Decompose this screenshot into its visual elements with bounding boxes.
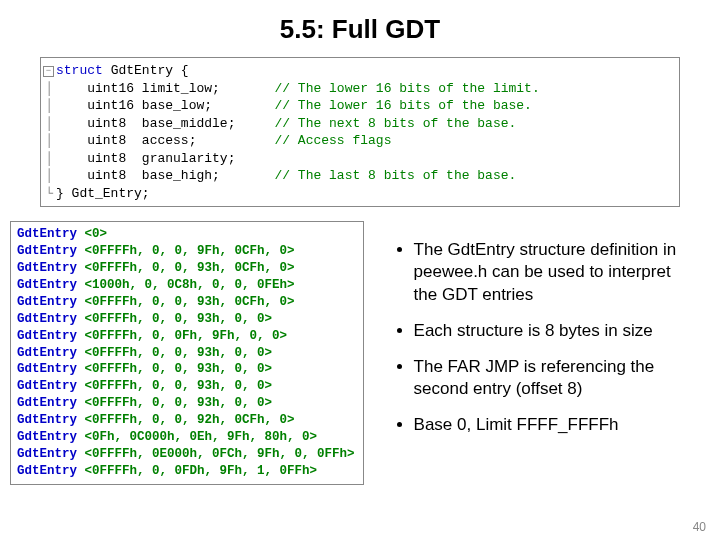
bullets-panel: The GdtEntry structure definition in pee… <box>364 221 710 484</box>
gdt-entry-line: GdtEntry <0FFFFh, 0, 0, 93h, 0CFh, 0> <box>17 294 355 311</box>
gdt-entry-line: GdtEntry <0FFFFh, 0, 0FDh, 9Fh, 1, 0FFh> <box>17 463 355 480</box>
entry-type-name: GdtEntry <box>17 396 77 410</box>
bullet-item: The FAR JMP is referencing the second en… <box>414 356 686 400</box>
gdt-entry-line: GdtEntry <0FFFFh, 0, 0Fh, 9Fh, 0, 0> <box>17 328 355 345</box>
entry-type-name: GdtEntry <box>17 413 77 427</box>
entry-values: <0FFFFh, 0E000h, 0FCh, 9Fh, 0, 0FFh> <box>85 447 355 461</box>
fold-minus-icon: − <box>43 66 54 77</box>
entry-type-name: GdtEntry <box>17 244 77 258</box>
gdt-entry-line: GdtEntry <0FFFFh, 0, 0, 93h, 0, 0> <box>17 395 355 412</box>
entry-values: <0FFFFh, 0, 0, 93h, 0, 0> <box>85 396 273 410</box>
entry-values: <0FFFFh, 0, 0, 93h, 0, 0> <box>85 346 273 360</box>
entry-type-name: GdtEntry <box>17 346 77 360</box>
entry-values: <0FFFFh, 0, 0, 93h, 0, 0> <box>85 379 273 393</box>
gdt-entry-line: GdtEntry <0Fh, 0C000h, 0Eh, 9Fh, 80h, 0> <box>17 429 355 446</box>
gdt-entry-line: GdtEntry <0FFFFh, 0, 0, 9Fh, 0CFh, 0> <box>17 243 355 260</box>
gdt-entry-line: GdtEntry <0FFFFh, 0, 0, 93h, 0CFh, 0> <box>17 260 355 277</box>
gdt-entry-line: GdtEntry <0FFFFh, 0, 0, 93h, 0, 0> <box>17 345 355 362</box>
field-decl: uint16 base_low; <box>87 98 274 113</box>
entry-type-name: GdtEntry <box>17 430 77 444</box>
gdt-entries-block: GdtEntry <0>GdtEntry <0FFFFh, 0, 0, 9Fh,… <box>10 221 364 484</box>
field-comment: // The last 8 bits of the base. <box>274 168 516 183</box>
field-comment: // The next 8 bits of the base. <box>274 116 516 131</box>
entry-values: <0FFFFh, 0, 0Fh, 9Fh, 0, 0> <box>85 329 288 343</box>
entry-type-name: GdtEntry <box>17 379 77 393</box>
field-comment: // The lower 16 bits of the limit. <box>274 81 539 96</box>
entry-values: <0Fh, 0C000h, 0Eh, 9Fh, 80h, 0> <box>85 430 318 444</box>
gdt-entry-line: GdtEntry <0> <box>17 226 355 243</box>
field-comment: // The lower 16 bits of the base. <box>274 98 531 113</box>
gdt-entry-line: GdtEntry <0FFFFh, 0, 0, 93h, 0, 0> <box>17 378 355 395</box>
struct-keyword: struct <box>56 63 103 78</box>
field-decl: uint8 base_middle; <box>87 116 274 131</box>
gdt-entry-line: GdtEntry <0FFFFh, 0E000h, 0FCh, 9Fh, 0, … <box>17 446 355 463</box>
struct-code-block: −struct GdtEntry { │ uint16 limit_low; /… <box>40 57 680 207</box>
entry-values: <0> <box>85 227 108 241</box>
struct-field-line: │ uint8 granularity; <box>43 150 673 168</box>
entry-values: <0FFFFh, 0, 0, 93h, 0, 0> <box>85 312 273 326</box>
entry-type-name: GdtEntry <box>17 227 77 241</box>
gdt-entry-line: GdtEntry <0FFFFh, 0, 0, 93h, 0, 0> <box>17 311 355 328</box>
gdt-entry-line: GdtEntry <1000h, 0, 0C8h, 0, 0, 0FEh> <box>17 277 355 294</box>
field-decl: uint16 limit_low; <box>87 81 274 96</box>
entry-values: <0FFFFh, 0, 0FDh, 9Fh, 1, 0FFh> <box>85 464 318 478</box>
entry-type-name: GdtEntry <box>17 329 77 343</box>
entry-type-name: GdtEntry <box>17 312 77 326</box>
entry-type-name: GdtEntry <box>17 278 77 292</box>
struct-field-line: │ uint8 base_middle; // The next 8 bits … <box>43 115 673 133</box>
bullet-item: The GdtEntry structure definition in pee… <box>414 239 686 305</box>
entry-type-name: GdtEntry <box>17 362 77 376</box>
gdt-entry-line: GdtEntry <0FFFFh, 0, 0, 92h, 0CFh, 0> <box>17 412 355 429</box>
gdt-entry-line: GdtEntry <0FFFFh, 0, 0, 93h, 0, 0> <box>17 361 355 378</box>
entry-values: <0FFFFh, 0, 0, 93h, 0CFh, 0> <box>85 295 295 309</box>
bullet-item: Each structure is 8 bytes in size <box>414 320 686 342</box>
entry-values: <1000h, 0, 0C8h, 0, 0, 0FEh> <box>85 278 295 292</box>
entry-type-name: GdtEntry <box>17 261 77 275</box>
entry-type-name: GdtEntry <box>17 295 77 309</box>
entry-type-name: GdtEntry <box>17 447 77 461</box>
entry-values: <0FFFFh, 0, 0, 93h, 0CFh, 0> <box>85 261 295 275</box>
bullet-item: Base 0, Limit FFFF_FFFFh <box>414 414 686 436</box>
field-decl: uint8 base_high; <box>87 168 274 183</box>
field-decl: uint8 granularity; <box>87 151 274 166</box>
struct-field-line: │ uint16 limit_low; // The lower 16 bits… <box>43 80 673 98</box>
entry-values: <0FFFFh, 0, 0, 92h, 0CFh, 0> <box>85 413 295 427</box>
page-title: 5.5: Full GDT <box>0 14 720 45</box>
struct-close: } Gdt_Entry; <box>56 186 150 201</box>
entry-values: <0FFFFh, 0, 0, 93h, 0, 0> <box>85 362 273 376</box>
entry-values: <0FFFFh, 0, 0, 9Fh, 0CFh, 0> <box>85 244 295 258</box>
struct-field-line: │ uint8 access; // Access flags <box>43 132 673 150</box>
struct-open-text: GdtEntry { <box>111 63 189 78</box>
entry-type-name: GdtEntry <box>17 464 77 478</box>
field-decl: uint8 access; <box>87 133 274 148</box>
struct-field-line: │ uint16 base_low; // The lower 16 bits … <box>43 97 673 115</box>
page-number: 40 <box>693 520 706 534</box>
field-comment: // Access flags <box>274 133 391 148</box>
struct-field-line: │ uint8 base_high; // The last 8 bits of… <box>43 167 673 185</box>
